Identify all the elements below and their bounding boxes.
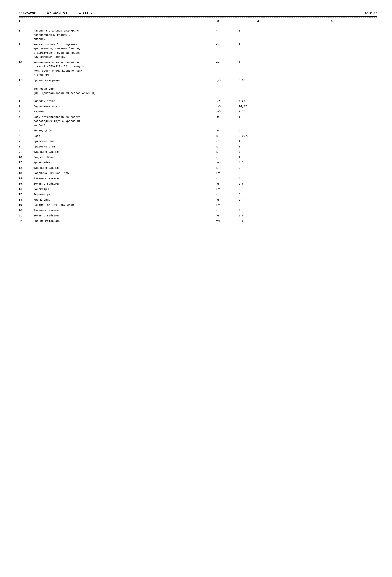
table-row: 8. Гразевик Д=50 шт I [19,145,377,149]
table-row: II. Кронштейны кг 4,2 [19,161,377,165]
item-description: Узлы трубопроводов из водога–зопроводных… [34,115,201,128]
page-header: 902–2–232 Альбом VI – 2II – 14490-06 [19,11,377,15]
table-row: 7. Грязевик Д=40 шт I [19,140,377,144]
item-number: 7. [19,140,34,143]
item-qty: 27 [235,198,282,202]
item-unit: шт [201,177,235,180]
table-row: 9. Унитаз компакт" с сидением икрепления… [19,43,377,60]
table-row: 6. Вода м³ 0,0777 [19,134,377,139]
table-row: I. Затраты труда ч/д 4,64 [19,99,377,104]
item-number: 8. [19,29,34,33]
item-unit: к–т [201,61,235,64]
item-description: Фланцы стальные [34,209,201,213]
item-qty: I [235,115,282,119]
table-row: I4. Фланцы стальные шт 4 [19,177,377,181]
item-number: I3. [19,171,34,175]
item-qty: 2 [235,171,282,175]
column-headers: I 2 3 4 5 6 [19,19,377,24]
item-description: Фланцы стальные [34,177,201,181]
section2-content: I. Затраты труда ч/д 4,64 2. Заработная … [19,99,377,223]
item-description: Манометры [34,187,201,192]
item-number: I9. [19,203,34,207]
col2-header: 2 [34,20,201,23]
item-qty: 4,2 [235,161,282,164]
item-description: Умывальник поямоугольный состенкой (550х… [34,61,201,77]
table-row: I6. Манометры шт 2 [19,187,377,192]
item-description: Раковина стальная эмалир. сводоразборным… [34,29,201,41]
item-unit: шт [201,187,235,191]
table-row: 8. Раковина стальная эмалир. сводоразбор… [19,29,377,41]
item-qty: 0,76 [235,110,282,113]
item-qty: 5,06 [235,78,282,82]
item-unit: шт [201,150,235,154]
item-description: Кронштейны [34,198,201,202]
item-number: 2I. [19,214,34,217]
item-unit: шт [201,171,235,175]
page-subtitle: – 2II – [79,12,92,15]
item-description: Болты с гайками [34,214,201,218]
item-number: I5. [19,182,34,185]
item-number: 2. [19,105,34,108]
col6-header: 6 [315,20,349,23]
item-number: 3. [19,110,34,113]
item-description: Водомер ВВ–40 [34,155,201,160]
item-qty: 2,6 [235,214,282,217]
item-qty: 8 [235,150,282,154]
item-unit: шт [201,193,235,196]
item-unit: руб [201,105,235,108]
item-description: Задвижка 30ч 6бр, Д=50 [34,171,201,176]
item-number: IO. [19,155,34,159]
header-line-top [19,16,377,17]
item-qty: 4,64 [235,99,282,103]
item-unit: кг [201,182,235,185]
item-unit: руб [201,219,235,223]
item-unit: кг [201,161,235,164]
item-number: I0. [19,61,34,64]
col3-header: 3 [201,20,235,23]
item-qty: I [235,145,282,148]
item-description: Затраты труда [34,99,201,104]
item-qty: 2 [235,166,282,170]
item-number: 22. [19,219,34,223]
table-row: I9. Вентиль фл.I5ч 9бр, Д=40 шт 2 [19,203,377,208]
item-number: I4. [19,177,34,180]
item-qty: I [235,155,282,159]
item-number: 9. [19,150,34,154]
item-unit: кг [201,214,235,217]
item-qty: I [235,140,282,143]
item-qty: 6 [235,129,282,132]
item-unit: ч/д [201,99,235,103]
item-unit: шт [201,145,235,148]
item-qty: 3 [235,193,282,196]
item-number: II. [19,78,34,82]
item-qty: 2,6 [235,182,282,185]
item-unit: к–т [201,43,235,46]
header-line-dashed [19,18,377,18]
table-row: 5. То же, Д=50 м 6 [19,129,377,133]
table-row: 20. Фланцы стальные шт 4 [19,209,377,213]
table-row: I5. Болты с гайками кг 2,6 [19,182,377,186]
item-qty: 2 [235,187,282,191]
item-unit: шт [201,140,235,143]
item-number: II. [19,161,34,164]
item-description: Гразевик Д=50 [34,145,201,149]
table-row: I7. Термометры шт 3 [19,193,377,197]
table-row: 3. Машины руб 0,76 [19,110,377,114]
item-number: 6. [19,134,34,138]
item-qty: I [235,29,282,33]
table-row: I2. Фланцы стальные шт 2 [19,166,377,170]
item-unit: м [201,115,235,119]
item-qty: I4,9I [235,105,282,108]
item-number: 4. [19,115,34,119]
item-number: I6. [19,187,34,191]
item-number: 5. [19,129,34,132]
item-unit: шт [201,166,235,170]
col4-header: 4 [235,20,282,23]
table-row: 9. Фланцы стальные шт 8 [19,150,377,154]
item-description: Термометры [34,193,201,197]
table-row: 2I. Болты с гайками кг 2,6 [19,214,377,218]
item-qty: 4 [235,209,282,212]
item-qty: 4 [235,177,282,180]
item-number: 20. [19,209,34,212]
item-number: I7. [19,193,34,196]
